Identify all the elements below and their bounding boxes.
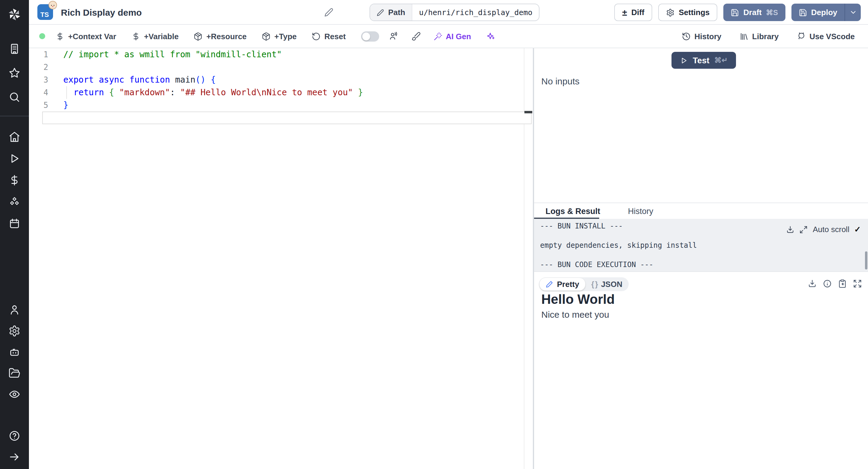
braces-icon: { } [591, 280, 597, 288]
main-area: TS Rich Display demo [29, 0, 868, 469]
windmill-logo[interactable] [0, 0, 29, 29]
path-value[interactable]: u/henri/rich_display_demo [412, 4, 539, 21]
library-button[interactable]: Library [740, 32, 779, 41]
add-type-button[interactable]: +Type [261, 32, 297, 41]
log-output[interactable]: --- BUN INSTALL --- empty dependencies, … [534, 219, 868, 271]
line-number: 3 [29, 73, 63, 86]
result-markdown-body: Nice to meet you [541, 309, 609, 319]
favorites-star-icon[interactable] [0, 61, 29, 85]
ai-gen-button[interactable]: AI Gen [433, 32, 471, 41]
code-line[interactable]: 5} [29, 99, 533, 112]
download-result-icon[interactable] [808, 279, 817, 288]
code-line[interactable]: 3export async function main() { [29, 73, 533, 86]
tab-logs-result[interactable]: Logs & Result [546, 207, 600, 216]
log-scrollbar-thumb[interactable] [865, 251, 867, 270]
line-number: 4 [29, 86, 63, 99]
user-icon[interactable] [0, 299, 29, 320]
runs-play-icon[interactable] [0, 148, 29, 169]
result-markdown-heading: Hello World [541, 292, 615, 307]
path-label: Path [388, 8, 405, 17]
workers-robot-icon[interactable] [0, 341, 29, 362]
sidebar-divider [0, 116, 29, 116]
test-button[interactable]: Test ⌘↵ [672, 52, 736, 69]
output-tabs: Logs & Result History [534, 202, 868, 219]
run-header: Test ⌘↵ No inputs [534, 48, 868, 202]
info-icon[interactable] [823, 279, 832, 288]
dollar-icon [56, 32, 64, 41]
log-line [540, 250, 862, 260]
format-brush-icon[interactable] [411, 31, 421, 41]
code-editor[interactable]: 1// import * as wmill from "windmill-cli… [29, 48, 533, 469]
save-icon [731, 8, 739, 17]
workspace: 1// import * as wmill from "windmill-cli… [29, 48, 868, 469]
reset-rotate-icon [312, 32, 321, 41]
deploy-dropdown-button[interactable] [844, 4, 861, 21]
sparkles-icon[interactable] [486, 31, 496, 41]
deploy-button[interactable]: Deploy [791, 4, 844, 21]
play-icon [680, 56, 688, 64]
editor-toolbar: +Context Var +Variable +Resource +Type [29, 25, 868, 48]
package-icon [261, 32, 271, 41]
add-resource-button[interactable]: +Resource [194, 32, 247, 41]
copy-clipboard-icon[interactable] [838, 279, 847, 288]
line-number: 5 [29, 99, 63, 112]
history-button[interactable]: History [682, 32, 721, 41]
multiplayer-presence-icon[interactable] [389, 31, 398, 41]
home-icon[interactable] [0, 126, 29, 148]
download-logs-icon[interactable] [786, 225, 795, 233]
folders-folder-open-icon[interactable] [0, 362, 29, 383]
code-line[interactable]: 2 [29, 61, 533, 73]
edit-summary-pencil-icon[interactable] [324, 8, 333, 19]
maximize-logs-icon[interactable] [800, 225, 808, 233]
path-label-segment[interactable]: Path [370, 4, 412, 21]
result-view-switch: Pretty { } JSON [539, 277, 629, 291]
lang-badge-label: TS [40, 11, 49, 18]
check-icon[interactable]: ✓ [854, 225, 861, 234]
no-inputs-label: No inputs [541, 76, 580, 86]
code-line[interactable]: 1// import * as wmill from "windmill-cli… [29, 48, 533, 61]
help-question-icon[interactable] [0, 425, 29, 446]
expand-sidebar-arrow-icon[interactable] [0, 446, 29, 467]
audit-eye-icon[interactable] [0, 383, 29, 405]
tab-history[interactable]: History [628, 207, 653, 216]
variables-dollar-icon[interactable] [0, 169, 29, 191]
current-line-highlight [42, 112, 532, 124]
pen-icon [546, 280, 553, 288]
diff-button[interactable]: ± Diff [614, 4, 652, 21]
toolbar-right: History Library Use VScode [682, 32, 868, 41]
workspace-building-icon[interactable] [0, 37, 29, 61]
json-toggle[interactable]: { } JSON [585, 278, 628, 290]
overview-cursor-marker [524, 111, 532, 113]
pencil-icon [377, 9, 384, 16]
code-text: // import * as wmill from "windmill-clie… [63, 48, 282, 61]
run-panel: Test ⌘↵ No inputs Logs & Result History … [534, 48, 868, 469]
chevron-down-icon [849, 8, 857, 16]
diff-mode-toggle[interactable] [361, 31, 379, 41]
search-icon[interactable] [0, 85, 29, 109]
log-line: --- BUN CODE EXECUTION --- [540, 260, 862, 270]
gear-icon [666, 8, 675, 17]
reset-button[interactable]: Reset [312, 32, 346, 41]
path-editor[interactable]: Path u/henri/rich_display_demo [370, 4, 540, 21]
code-text: } [63, 99, 68, 112]
add-context-var-button[interactable]: +Context Var [56, 32, 116, 41]
cat-octocat-icon [797, 32, 806, 41]
schedules-calendar-icon[interactable] [0, 213, 29, 234]
line-number: 1 [29, 48, 63, 61]
pretty-toggle[interactable]: Pretty [539, 278, 585, 290]
auto-scroll-label[interactable]: Auto scroll [813, 225, 849, 234]
expand-result-icon[interactable] [853, 279, 862, 288]
log-line: empty dependencies, skipping install [540, 241, 862, 250]
draft-button[interactable]: Draft ⌘S [724, 4, 785, 21]
settings-button[interactable]: Settings [658, 4, 718, 21]
typescript-language-badge: TS [37, 4, 53, 20]
line-number: 2 [29, 61, 63, 73]
use-vscode-button[interactable]: Use VScode [797, 32, 855, 41]
resources-boxes-icon[interactable] [0, 191, 29, 213]
result-viewer: Pretty { } JSON [534, 271, 868, 469]
code-line[interactable]: 4 return { "markdown": "## Hello World\n… [29, 86, 533, 99]
result-actions [808, 279, 862, 288]
plus-minus-icon: ± [622, 8, 627, 17]
add-variable-button[interactable]: +Variable [131, 32, 179, 41]
settings-gear-icon[interactable] [0, 320, 29, 341]
